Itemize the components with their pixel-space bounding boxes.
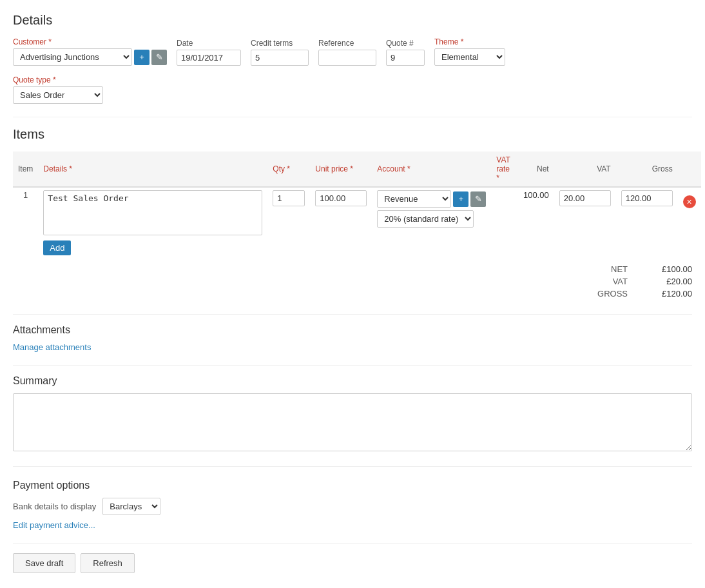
item-gross-input[interactable]: [621, 190, 673, 206]
theme-select[interactable]: Elemental Classic Modern: [434, 48, 505, 66]
item-details-textarea[interactable]: Test Sales Order: [43, 190, 262, 235]
customer-select[interactable]: Advertising Junctions: [13, 48, 132, 66]
items-header-row: Item Details * Qty * Unit price * Accoun…: [13, 152, 701, 187]
attachments-title: Attachments: [13, 324, 692, 336]
plus-icon: +: [139, 52, 144, 62]
item-details-cell: Test Sales Order Add: [38, 187, 267, 258]
account-edit-button[interactable]: ✎: [470, 191, 486, 207]
items-table: Item Details * Qty * Unit price * Accoun…: [13, 152, 701, 258]
quote-type-field-group: Quote type * Sales Order Quote Invoice: [13, 75, 692, 104]
customer-edit-button[interactable]: ✎: [151, 50, 167, 65]
quote-hash-input[interactable]: [386, 50, 425, 66]
date-label: Date: [177, 39, 241, 48]
reference-label: Reference: [318, 39, 376, 48]
edit-payment-advice-link[interactable]: Edit payment advice...: [13, 520, 95, 530]
item-account-cell: Revenue + ✎ 20% (standard rate) 0% (zero…: [372, 187, 491, 258]
quote-type-row: Quote type * Sales Order Quote Invoice: [13, 75, 692, 104]
vat-total-value: £20.00: [641, 277, 692, 286]
col-details: Details *: [38, 152, 267, 187]
edit-icon: ✎: [475, 194, 482, 204]
col-gross: Gross: [616, 152, 678, 187]
account-row: Revenue + ✎: [377, 190, 486, 208]
vat-total-label: VAT: [589, 277, 628, 286]
save-draft-button[interactable]: Save draft: [13, 553, 75, 573]
add-item-button[interactable]: Add: [43, 240, 71, 255]
quote-type-select[interactable]: Sales Order Quote Invoice: [13, 86, 103, 104]
col-item: Item: [13, 152, 38, 187]
theme-label: Theme *: [434, 37, 505, 46]
col-account: Account *: [372, 152, 491, 187]
account-add-button[interactable]: +: [453, 191, 468, 207]
page-title: Details: [13, 13, 692, 28]
bank-row: Bank details to display Barclays HSBC Na…: [13, 498, 692, 515]
item-price-cell: [310, 187, 372, 258]
item-gross-cell: [616, 187, 678, 258]
bank-select[interactable]: Barclays HSBC Natwest: [102, 498, 160, 515]
col-qty: Qty *: [267, 152, 310, 187]
item-qty-cell: [267, 187, 310, 258]
totals-section: NET £100.00 VAT £20.00 GROSS £120.00: [13, 264, 692, 301]
customer-label: Customer *: [13, 37, 167, 46]
item-net-cell: 100.00: [516, 187, 554, 258]
net-total-value: £100.00: [641, 264, 692, 274]
edit-icon: ✎: [156, 52, 163, 62]
reference-input[interactable]: [318, 50, 376, 66]
gross-total-row: GROSS £120.00: [589, 289, 692, 299]
net-total-row: NET £100.00: [589, 264, 692, 274]
payment-title: Payment options: [13, 480, 692, 491]
quote-hash-label: Quote #: [386, 39, 425, 48]
gross-total-value: £120.00: [641, 289, 692, 299]
attachments-section: Attachments Manage attachments: [13, 324, 692, 352]
credit-terms-input[interactable]: [251, 50, 309, 66]
account-select[interactable]: Revenue: [377, 190, 451, 208]
net-total-label: NET: [589, 264, 628, 274]
item-price-input[interactable]: [315, 190, 367, 206]
summary-textarea[interactable]: [13, 393, 692, 451]
item-remove-cell: ×: [678, 187, 701, 258]
table-row: 1 Test Sales Order Add Revenue: [13, 187, 701, 258]
quote-type-label: Quote type *: [13, 75, 692, 84]
col-unit-price: Unit price *: [310, 152, 372, 187]
vat-select-wrapper: 20% (standard rate) 0% (zero rate) Exemp…: [377, 208, 486, 228]
col-net: Net: [516, 152, 554, 187]
bank-details-label: Bank details to display: [13, 502, 96, 511]
remove-icon: ×: [687, 197, 692, 206]
vat-rate-select[interactable]: 20% (standard rate) 0% (zero rate) Exemp…: [377, 210, 474, 228]
item-vat-spacer: [491, 187, 515, 258]
plus-icon: +: [459, 194, 464, 204]
gross-total-label: GROSS: [589, 289, 628, 299]
customer-row: Advertising Junctions + ✎: [13, 48, 167, 66]
customer-field-group: Customer * Advertising Junctions + ✎: [13, 37, 167, 66]
payment-options-section: Payment options Bank details to display …: [13, 480, 692, 530]
items-section: Items Item Details * Qty * Unit price * …: [13, 127, 692, 301]
theme-field-group: Theme * Elemental Classic Modern: [434, 37, 505, 66]
details-fields-row: Customer * Advertising Junctions + ✎ Dat…: [13, 37, 692, 66]
reference-field-group: Reference: [318, 39, 376, 66]
col-vat-rate: VAT rate *: [491, 152, 515, 187]
date-field-group: Date: [177, 39, 241, 66]
footer-buttons: Save draft Refresh: [13, 543, 692, 573]
item-number: 1: [13, 187, 38, 258]
date-input[interactable]: [177, 50, 241, 66]
credit-terms-field-group: Credit terms: [251, 39, 309, 66]
summary-section: Summary: [13, 375, 692, 453]
item-qty-input[interactable]: [273, 190, 305, 206]
vat-total-row: VAT £20.00: [589, 277, 692, 286]
customer-add-button[interactable]: +: [134, 50, 150, 65]
col-vat: VAT: [554, 152, 616, 187]
manage-attachments-link[interactable]: Manage attachments: [13, 342, 91, 352]
details-section: Details Customer * Advertising Junctions…: [13, 13, 692, 104]
item-vat-input[interactable]: [559, 190, 611, 206]
item-vat-input-cell: [554, 187, 616, 258]
summary-title: Summary: [13, 375, 692, 387]
items-title: Items: [13, 127, 692, 142]
credit-terms-label: Credit terms: [251, 39, 309, 48]
remove-item-button[interactable]: ×: [683, 195, 696, 208]
quote-hash-field-group: Quote #: [386, 39, 425, 66]
refresh-button[interactable]: Refresh: [81, 553, 135, 573]
